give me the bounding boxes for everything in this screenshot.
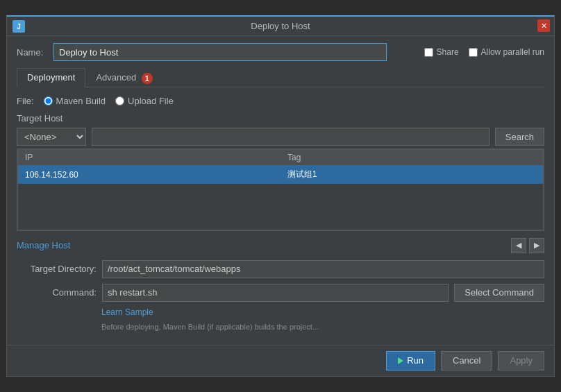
- col-tag: Tag: [280, 150, 544, 166]
- command-row: Command: Select Command: [17, 284, 544, 302]
- learn-sample-link[interactable]: Learn Sample: [101, 307, 544, 317]
- host-search-input[interactable]: [92, 128, 489, 146]
- dialog-content: Name: Share Allow parallel run Deploymen…: [7, 36, 554, 344]
- host-table: IP Tag 106.14.152.60 测试组1: [17, 149, 544, 230]
- share-checkbox[interactable]: [424, 48, 433, 57]
- name-label: Name:: [17, 47, 48, 58]
- tab-advanced[interactable]: Advanced 1: [85, 68, 162, 87]
- run-icon: [398, 357, 403, 364]
- run-label: Run: [407, 355, 424, 366]
- dialog-title: Deploy to Host: [251, 21, 310, 31]
- host-dropdown[interactable]: <None>: [17, 128, 86, 146]
- parallel-label: Allow parallel run: [481, 47, 544, 57]
- share-option: Share: [424, 47, 459, 57]
- table-row[interactable]: 106.14.152.60 测试组1: [18, 165, 544, 184]
- share-label: Share: [437, 47, 459, 57]
- manage-row: Manage Host ◀ ▶: [17, 238, 544, 253]
- nav-prev-button[interactable]: ◀: [511, 238, 526, 253]
- apply-button[interactable]: Apply: [498, 351, 544, 370]
- manage-host-link[interactable]: Manage Host: [17, 240, 70, 250]
- app-icon: J: [12, 20, 25, 33]
- table-row-empty-2: [18, 199, 544, 214]
- upload-radio[interactable]: [115, 96, 124, 105]
- target-directory-row: Target Directory:: [17, 260, 544, 278]
- tab-advanced-label: Advanced: [96, 72, 136, 83]
- parallel-checkbox[interactable]: [469, 48, 478, 57]
- cancel-button[interactable]: Cancel: [441, 351, 492, 370]
- name-input[interactable]: [53, 43, 387, 61]
- name-options: Share Allow parallel run: [424, 47, 544, 57]
- tab-deployment-label: Deployment: [27, 72, 75, 83]
- close-button[interactable]: ✕: [537, 19, 550, 32]
- col-ip: IP: [18, 150, 281, 166]
- target-directory-label: Target Directory:: [17, 264, 97, 274]
- nav-buttons: ◀ ▶: [511, 238, 544, 253]
- target-directory-input[interactable]: [102, 260, 544, 278]
- host-table-container: IP Tag 106.14.152.60 测试组1: [17, 148, 544, 231]
- dialog-footer: Run Cancel Apply: [7, 345, 554, 376]
- parallel-option: Allow parallel run: [469, 47, 544, 57]
- name-row: Name: Share Allow parallel run: [17, 43, 544, 61]
- tab-advanced-badge: 1: [142, 73, 153, 84]
- nav-next-button[interactable]: ▶: [529, 238, 544, 253]
- tab-deployment[interactable]: Deployment: [17, 68, 85, 87]
- file-row: File: Maven Build Upload File: [17, 96, 544, 106]
- maven-label: Maven Build: [56, 96, 106, 106]
- host-table-body: 106.14.152.60 测试组1: [18, 165, 544, 230]
- table-row-empty-1: [18, 184, 544, 199]
- select-command-button[interactable]: Select Command: [454, 284, 544, 302]
- upload-label: Upload File: [128, 96, 174, 106]
- search-button[interactable]: Search: [495, 128, 544, 146]
- host-tag-cell: 测试组1: [280, 165, 544, 184]
- tabs: Deployment Advanced 1: [17, 68, 544, 87]
- host-table-header: IP Tag: [18, 150, 544, 166]
- deploy-to-host-dialog: J Deploy to Host ✕ Name: Share Allow par…: [6, 15, 555, 376]
- title-bar: J Deploy to Host ✕: [7, 17, 554, 36]
- bottom-hint: Before deploying, Maven Build (if applic…: [101, 323, 544, 335]
- target-host-section: Target Host <None> Search IP Tag: [17, 113, 544, 231]
- upload-file-option[interactable]: Upload File: [115, 96, 174, 106]
- target-host-label: Target Host: [17, 113, 544, 123]
- maven-build-option[interactable]: Maven Build: [44, 96, 106, 106]
- table-row-empty-3: [18, 214, 544, 230]
- host-table-header-row: IP Tag: [18, 150, 544, 166]
- target-host-controls: <None> Search: [17, 128, 544, 146]
- run-button[interactable]: Run: [386, 351, 435, 370]
- maven-radio[interactable]: [44, 96, 53, 105]
- command-input[interactable]: [102, 284, 449, 302]
- host-ip-cell: 106.14.152.60: [18, 165, 281, 184]
- file-label: File:: [17, 96, 34, 106]
- command-label: Command:: [17, 287, 97, 298]
